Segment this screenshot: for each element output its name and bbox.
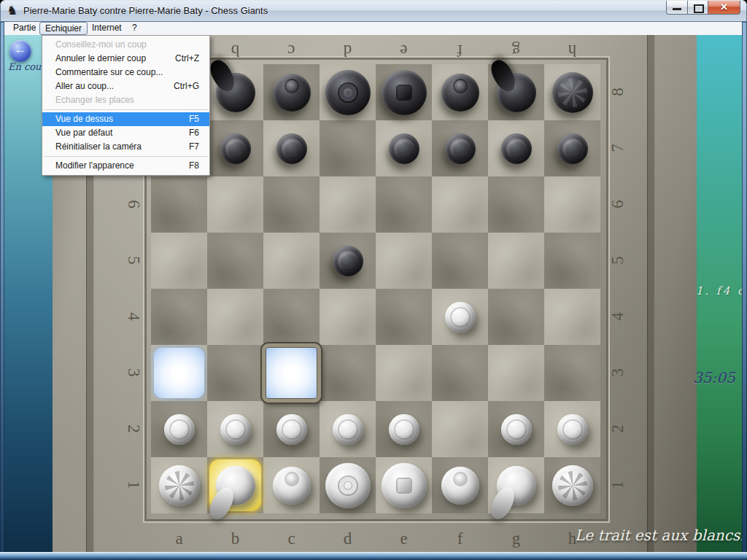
close-icon: ✕ — [708, 1, 740, 12]
square-h4[interactable] — [544, 289, 600, 345]
square-c4[interactable] — [263, 289, 320, 345]
rank-label-right-3: 3 — [608, 363, 627, 382]
piece-white-pawn-a2[interactable] — [164, 414, 195, 445]
piece-black-pawn-g7[interactable] — [501, 133, 532, 164]
piece-white-rook-h1[interactable] — [552, 465, 593, 506]
piece-black-pawn-d5[interactable] — [333, 246, 363, 276]
square-c6[interactable] — [263, 176, 320, 233]
square-g4[interactable] — [488, 289, 544, 345]
piece-white-knight-b1[interactable] — [216, 466, 255, 505]
menu-item-commentaire-sur-ce-coup-[interactable]: Commentaire sur ce coup... — [42, 66, 209, 79]
file-label-bottom-d: d — [320, 529, 376, 548]
square-f2[interactable] — [432, 401, 488, 457]
menu-item-r-initialiser-la-cam-ra[interactable]: Réinitialiser la caméraF7 — [42, 140, 209, 154]
piece-white-queen-d1[interactable] — [325, 463, 371, 508]
square-e3[interactable] — [376, 345, 432, 401]
piece-white-pawn-c2[interactable] — [276, 414, 307, 445]
piece-black-knight-b8[interactable] — [216, 73, 255, 112]
menu-item-annuler-le-dernier-coup[interactable]: Annuler le dernier coupCtrl+Z — [42, 52, 209, 66]
maximize-button[interactable] — [688, 1, 708, 15]
square-f6[interactable] — [432, 176, 488, 233]
window-controls: ✕ — [666, 1, 740, 15]
gold-corner-icon — [324, 237, 336, 249]
square-b5[interactable] — [207, 233, 263, 289]
piece-black-king-e8[interactable] — [382, 70, 427, 115]
square-e4[interactable] — [376, 289, 432, 345]
square-b6[interactable] — [207, 176, 263, 233]
piece-black-pawn-b7[interactable] — [220, 133, 251, 164]
menu-item-vue-par-d-faut[interactable]: Vue par défautF6 — [42, 126, 209, 140]
square-e6[interactable] — [376, 176, 432, 233]
square-h3[interactable] — [544, 345, 600, 401]
square-b4[interactable] — [207, 289, 263, 345]
piece-white-pawn-h2[interactable] — [557, 414, 588, 445]
minimize-icon — [673, 8, 681, 10]
piece-white-pawn-f4[interactable] — [445, 302, 476, 332]
menu-item-modifier-l-apparence[interactable]: Modifier l'apparenceF8 — [42, 159, 209, 173]
file-label-top-e: e — [376, 41, 432, 60]
menu-item-label: Conseillez-moi un coup — [42, 38, 199, 52]
square-h6[interactable] — [544, 176, 600, 233]
square-b3[interactable] — [207, 345, 263, 401]
piece-black-queen-d8[interactable] — [325, 70, 371, 115]
menu-separator — [43, 109, 209, 110]
square-d4[interactable] — [320, 289, 376, 345]
close-button[interactable]: ✕ — [708, 1, 740, 15]
file-label-top-d: d — [320, 41, 376, 60]
piece-black-bishop-c8[interactable] — [273, 74, 311, 112]
piece-white-knight-g1[interactable] — [497, 466, 536, 505]
piece-black-pawn-c7[interactable] — [276, 133, 307, 164]
square-g3[interactable] — [488, 345, 544, 401]
app-window: ♞ Pierre-Marie Baty contre Pierre-Marie … — [0, 0, 747, 560]
piece-black-pawn-f7[interactable] — [445, 133, 476, 164]
square-a6[interactable] — [151, 176, 207, 233]
square-c5[interactable] — [263, 233, 320, 289]
square-g6[interactable] — [488, 176, 544, 233]
square-a5[interactable] — [151, 233, 207, 289]
rank-label-left-3: 3 — [124, 363, 143, 382]
piece-white-king-e1[interactable] — [382, 463, 427, 508]
title-bar[interactable]: ♞ Pierre-Marie Baty contre Pierre-Marie … — [0, 0, 747, 22]
hover-target-frame-c3[interactable] — [262, 343, 321, 402]
back-button[interactable] — [9, 40, 31, 62]
menu-item-aller-au-coup-[interactable]: Aller au coup...Ctrl+G — [42, 79, 209, 93]
piece-white-pawn-b2[interactable] — [220, 414, 251, 445]
gold-corner-icon — [359, 272, 371, 284]
piece-white-rook-a1[interactable] — [159, 465, 200, 506]
piece-black-bishop-f8[interactable] — [441, 74, 479, 112]
square-a4[interactable] — [151, 289, 207, 345]
menu-partie[interactable]: Partie — [8, 22, 41, 34]
rank-label-left-2: 2 — [124, 419, 143, 438]
menu-internet[interactable]: Internet — [87, 22, 127, 34]
piece-white-pawn-g2[interactable] — [501, 414, 532, 445]
gold-corner-icon — [359, 160, 371, 172]
piece-white-bishop-c1[interactable] — [273, 467, 311, 505]
square-e5[interactable] — [376, 233, 432, 289]
file-label-top-g: g — [488, 41, 544, 60]
square-f5[interactable] — [432, 233, 488, 289]
minimize-button[interactable] — [666, 1, 688, 15]
square-g5[interactable] — [488, 233, 544, 289]
gold-corner-icon — [324, 125, 336, 137]
menu-echiquier[interactable]: Echiquier — [39, 22, 88, 35]
piece-black-pawn-h7[interactable] — [557, 133, 588, 164]
piece-black-knight-g8[interactable] — [497, 73, 536, 112]
square-h5[interactable] — [544, 233, 600, 289]
piece-black-rook-h8[interactable] — [552, 72, 593, 113]
piece-white-bishop-f1[interactable] — [441, 467, 479, 505]
rank-label-right-2: 2 — [608, 419, 627, 438]
file-label-bottom-e: e — [376, 529, 432, 548]
rank-label-right-1: 1 — [608, 475, 627, 494]
menu-item-vue-de-dessus[interactable]: Vue de dessusF5 — [42, 112, 209, 126]
square-f3[interactable] — [432, 345, 488, 401]
gold-corner-icon — [324, 160, 336, 172]
piece-black-pawn-e7[interactable] — [389, 133, 419, 164]
piece-white-pawn-d2[interactable] — [333, 414, 363, 445]
square-d3[interactable] — [320, 345, 376, 401]
square-d6[interactable] — [320, 176, 376, 233]
file-label-top-f: f — [432, 41, 488, 60]
menu-help[interactable]: ? — [127, 22, 142, 34]
move-target-highlight-a3[interactable] — [154, 348, 204, 398]
menu-item-label: Vue par défaut — [42, 126, 189, 140]
piece-white-pawn-e2[interactable] — [389, 414, 419, 445]
